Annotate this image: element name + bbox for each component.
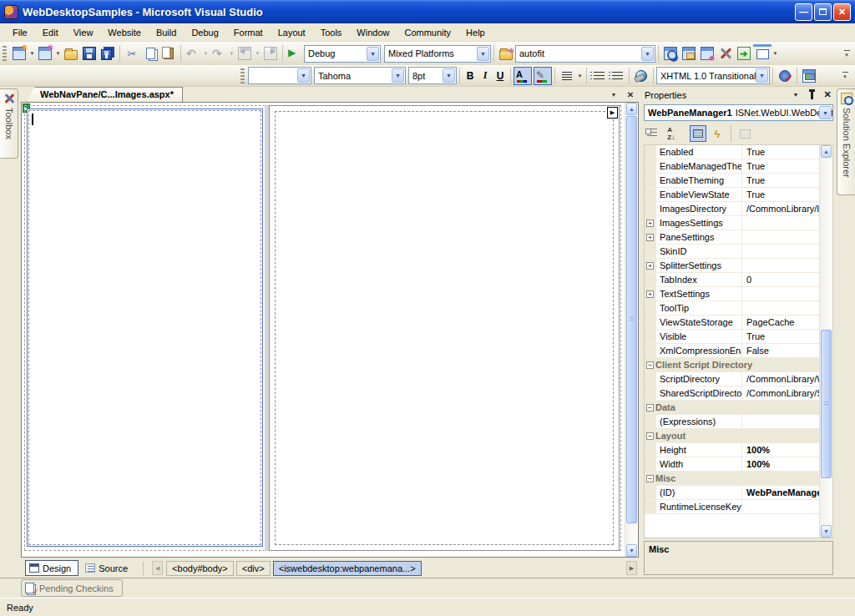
properties-view-button[interactable] — [690, 125, 706, 142]
property-value[interactable]: /CommonLibrary/Images — [742, 204, 819, 214]
italic-button[interactable]: I — [478, 67, 493, 85]
tag-navigator-item[interactable]: <body#body> — [166, 561, 234, 576]
collapse-box[interactable]: − — [646, 432, 654, 440]
align-dropdown[interactable] — [576, 67, 584, 85]
collapse-box[interactable]: − — [646, 404, 654, 412]
toolbox-autohide-tab[interactable]: Toolbox — [0, 88, 18, 159]
properties-window-button[interactable] — [680, 44, 698, 63]
scroll-thumb[interactable] — [821, 330, 832, 479]
bold-button[interactable]: B — [463, 67, 478, 85]
property-category-row[interactable]: −Misc — [645, 472, 819, 486]
property-row[interactable]: EnabledTrue — [645, 145, 819, 159]
other-windows-button[interactable] — [753, 44, 772, 63]
scroll-up-button[interactable] — [821, 145, 832, 158]
tag-navigator-item[interactable]: <div> — [236, 561, 271, 576]
property-row[interactable]: +TextSettings — [645, 287, 819, 301]
combo-arrow-icon[interactable] — [443, 68, 455, 83]
copy-button[interactable] — [141, 44, 159, 63]
property-value[interactable]: 100% — [742, 459, 819, 469]
property-row[interactable]: Width100% — [645, 457, 819, 472]
navigate-backward-dropdown[interactable] — [254, 44, 261, 63]
property-row[interactable]: ScriptDirectory/CommonLibrary/Web — [645, 372, 819, 386]
property-value[interactable]: WebPaneManager1 — [742, 487, 819, 497]
menu-item-community[interactable]: Community — [397, 25, 458, 40]
property-row[interactable]: SharedScriptDirectory/CommonLibrary/Shar… — [645, 386, 819, 401]
tag-navigator-item[interactable]: <iswebdesktop:webpanemana...> — [273, 561, 422, 576]
menu-item-window[interactable]: Window — [349, 25, 397, 40]
property-row[interactable]: +ImagesSettings — [645, 216, 819, 230]
expand-box[interactable]: + — [646, 234, 654, 241]
add-item-button[interactable] — [36, 44, 54, 63]
foreground-color-button[interactable]: A — [514, 67, 532, 85]
property-row[interactable]: EnableManagedThemeTrue — [645, 159, 819, 174]
combo-arrow-icon[interactable] — [392, 68, 404, 83]
menu-item-edit[interactable]: Edit — [35, 25, 66, 40]
menu-item-view[interactable]: View — [66, 25, 101, 40]
solution-configuration-combo[interactable]: Debug — [304, 45, 381, 63]
hyperlink-button[interactable] — [632, 67, 650, 85]
property-value[interactable]: /CommonLibrary/Web — [742, 374, 819, 384]
find-in-files-button[interactable] — [497, 44, 515, 63]
font-name-combo[interactable]: Tahoma — [314, 67, 406, 84]
save-button[interactable] — [80, 44, 99, 63]
grid-vertical-scrollbar[interactable] — [819, 145, 832, 538]
categorized-button[interactable] — [644, 125, 660, 142]
navigate-backward-button[interactable] — [235, 44, 254, 63]
property-row[interactable]: EnableViewStateTrue — [645, 188, 819, 202]
minimize-button[interactable]: — — [795, 3, 812, 21]
property-value[interactable]: True — [742, 331, 819, 341]
undo-button[interactable] — [184, 44, 202, 63]
toolbar-overflow-button[interactable] — [842, 44, 852, 63]
combo-arrow-icon[interactable] — [367, 47, 379, 61]
source-view-button[interactable]: Source — [82, 560, 134, 576]
active-files-dropdown[interactable] — [608, 89, 620, 100]
accessibility-check-button[interactable] — [776, 67, 794, 85]
doctype-combo[interactable]: XHTML 1.0 Transitional ( — [656, 67, 770, 84]
solution-explorer-button[interactable] — [661, 44, 680, 63]
new-project-button[interactable] — [10, 44, 28, 63]
highlight-color-button[interactable] — [534, 67, 552, 85]
expand-box[interactable]: + — [646, 262, 654, 270]
editor-vertical-scrollbar[interactable] — [625, 103, 638, 557]
underline-button[interactable]: U — [493, 67, 508, 85]
property-pages-button[interactable] — [736, 125, 753, 142]
close-properties-button[interactable] — [822, 90, 832, 100]
property-row[interactable]: (ID)WebPaneManager1 — [645, 486, 819, 500]
property-category-row[interactable]: −Layout — [645, 429, 819, 443]
open-file-button[interactable] — [62, 44, 80, 63]
expand-box[interactable]: + — [646, 220, 654, 227]
property-row[interactable]: Height100% — [645, 443, 819, 457]
tag-scroll-right-button[interactable] — [626, 561, 637, 575]
collapse-box[interactable]: − — [646, 361, 654, 369]
scroll-down-button[interactable] — [626, 544, 637, 557]
menu-item-debug[interactable]: Debug — [184, 25, 225, 40]
restore-button[interactable] — [814, 3, 832, 21]
object-selector-combo[interactable]: WebPaneManager1 ISNet.WebUI.WebDesktop — [644, 104, 833, 121]
menu-item-layout[interactable]: Layout — [271, 25, 313, 40]
property-value[interactable]: False — [742, 346, 819, 356]
property-row[interactable]: ViewStateStoragePageCache — [645, 316, 819, 330]
solution-explorer-autohide-tab[interactable]: Solution Explorer — [837, 88, 855, 195]
web-pane-left[interactable] — [27, 109, 263, 547]
save-all-button[interactable] — [99, 44, 117, 63]
design-view-button[interactable]: Design — [25, 560, 78, 576]
scroll-down-button[interactable] — [821, 525, 832, 538]
pending-checkins-tab[interactable]: Pending Checkins — [21, 579, 123, 597]
redo-dropdown[interactable] — [228, 44, 235, 63]
redo-button[interactable] — [210, 44, 228, 63]
toolbar-grip[interactable] — [3, 46, 7, 61]
combo-arrow-icon[interactable] — [819, 106, 832, 119]
property-row[interactable]: +PaneSettings — [645, 230, 819, 245]
close-button[interactable]: ✕ — [833, 3, 851, 21]
property-row[interactable]: EnableThemingTrue — [645, 174, 819, 188]
font-size-combo[interactable]: 8pt — [408, 67, 457, 84]
tag-scroll-left-button[interactable] — [152, 561, 163, 575]
combo-arrow-icon[interactable] — [477, 47, 489, 61]
design-surface[interactable] — [21, 102, 639, 558]
property-row[interactable]: TabIndex0 — [645, 273, 819, 287]
start-debug-button[interactable] — [286, 44, 304, 63]
property-row[interactable]: ToolTip — [645, 301, 819, 316]
alphabetical-button[interactable]: AZ — [663, 125, 680, 142]
new-project-dropdown[interactable] — [28, 44, 36, 63]
property-row[interactable]: VisibleTrue — [645, 330, 819, 344]
